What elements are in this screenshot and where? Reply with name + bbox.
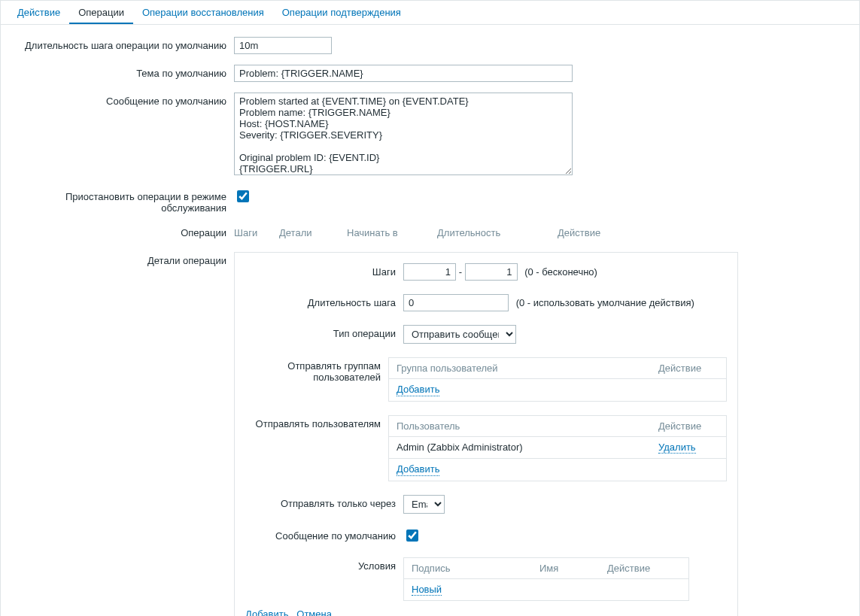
tab-action[interactable]: Действие	[8, 1, 69, 24]
user-row: Admin (Zabbix Administrator) Удалить	[389, 437, 726, 460]
step-dash: -	[459, 266, 465, 278]
label-steps: Шаги	[245, 263, 403, 278]
link-add-user[interactable]: Добавить	[397, 463, 439, 476]
user-groups-table: Группа пользователей Действие Добавить	[388, 357, 727, 402]
step-duration-hint: (0 - использовать умолчание действия)	[516, 297, 694, 308]
checkbox-default-message[interactable]	[406, 530, 418, 542]
link-add-user-group[interactable]: Добавить	[397, 384, 439, 396]
checkbox-pause-maintenance[interactable]	[237, 190, 249, 202]
label-default-message-chk: Сообщение по умолчанию	[245, 527, 403, 542]
tab-operations[interactable]: Операции	[69, 1, 133, 24]
tab-bar: Действие Операции Операции восстановлени…	[1, 1, 859, 25]
col-cond-name: Имя	[539, 563, 607, 574]
operations-form: Длительность шага операции по умолчанию …	[1, 25, 859, 616]
col-user-group: Группа пользователей	[397, 363, 658, 374]
label-operation-type: Тип операции	[245, 325, 403, 339]
link-delete-user[interactable]: Удалить	[658, 442, 696, 454]
col-user: Пользователь	[397, 420, 658, 432]
select-operation-type[interactable]: Отправить сообщение	[403, 325, 516, 344]
textarea-default-message[interactable]: Problem started at {EVENT.TIME} on {EVEN…	[234, 93, 573, 175]
col-cond-action: Действие	[607, 563, 681, 574]
col-details: Детали	[279, 227, 347, 238]
label-conditions: Условия	[245, 557, 403, 572]
label-operations: Операции	[8, 224, 234, 238]
col-steps: Шаги	[234, 227, 279, 238]
select-send-only-via[interactable]: Email	[403, 495, 445, 514]
label-default-step-duration: Длительность шага операции по умолчанию	[8, 37, 234, 51]
col-duration: Длительность	[437, 227, 558, 238]
input-default-step-duration[interactable]	[234, 37, 332, 54]
steps-hint: (0 - бесконечно)	[524, 266, 597, 278]
operation-details-actions: Добавить Отмена	[245, 608, 727, 616]
label-step-duration: Длительность шага	[245, 294, 403, 308]
col-start-in: Начинать в	[347, 227, 437, 238]
input-step-from[interactable]	[403, 263, 456, 281]
label-send-user-groups: Отправлять группам пользователей	[245, 357, 388, 383]
user-name: Admin (Zabbix Administrator)	[397, 442, 658, 454]
label-send-only-via: Отправлять только через	[245, 495, 403, 509]
col-user-action: Действие	[658, 420, 719, 432]
input-step-duration[interactable]	[403, 294, 509, 311]
input-default-subject[interactable]	[234, 65, 573, 82]
conditions-table: Подпись Имя Действие Новый	[403, 557, 689, 602]
link-detail-add[interactable]: Добавить	[245, 608, 288, 616]
link-new-condition[interactable]: Новый	[412, 584, 442, 596]
link-detail-cancel[interactable]: Отмена	[296, 608, 332, 616]
label-pause-maintenance: Приостановить операции в режиме обслужив…	[8, 188, 234, 214]
label-default-subject: Тема по умолчанию	[8, 65, 234, 79]
label-operation-details: Детали операции	[8, 252, 234, 266]
input-step-to[interactable]	[465, 263, 518, 281]
action-config-page: Действие Операции Операции восстановлени…	[0, 0, 860, 616]
tab-ack[interactable]: Операции подтверждения	[273, 1, 410, 24]
operation-details-box: Шаги - (0 - бесконечно) Длительность шаг…	[234, 252, 738, 616]
col-cond-sign: Подпись	[412, 563, 539, 574]
operations-table-header: Шаги Детали Начинать в Длительность Дейс…	[234, 224, 852, 241]
label-default-message: Сообщение по умолчанию	[8, 93, 234, 107]
users-table: Пользователь Действие Admin (Zabbix Admi…	[388, 415, 727, 481]
col-action: Действие	[558, 227, 600, 238]
col-group-action: Действие	[658, 363, 719, 374]
tab-recovery[interactable]: Операции восстановления	[133, 1, 273, 24]
label-send-users: Отправлять пользователям	[245, 415, 388, 429]
